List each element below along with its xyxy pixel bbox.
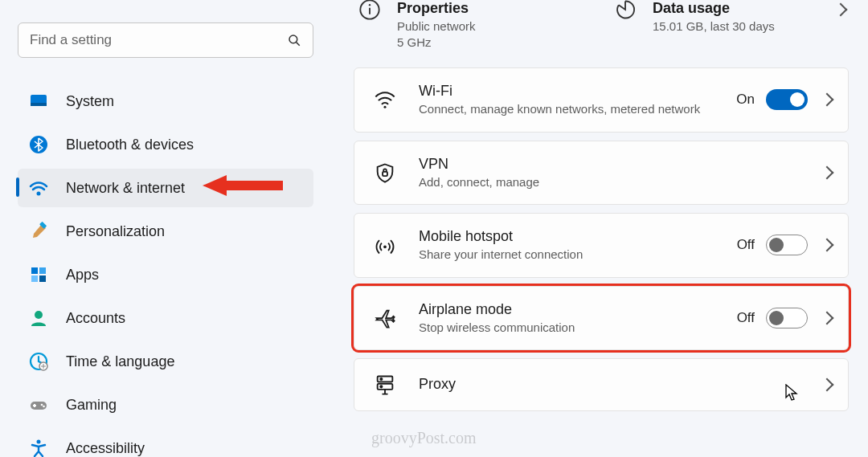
svg-rect-3 — [31, 103, 47, 106]
data-usage-title: Data usage — [653, 0, 775, 17]
airplane-state: Off — [737, 310, 755, 326]
svg-line-1 — [297, 43, 300, 46]
svg-point-5 — [37, 192, 41, 196]
sidebar-label: Gaming — [66, 397, 117, 414]
svg-point-25 — [383, 246, 387, 249]
accessibility-icon — [29, 439, 48, 457]
info-icon — [358, 0, 381, 21]
sidebar-label: System — [66, 93, 114, 110]
svg-rect-8 — [39, 267, 46, 274]
bluetooth-icon — [29, 135, 48, 154]
properties-sub1: Public network — [397, 18, 476, 35]
chevron-right-icon — [821, 378, 834, 392]
proxy-icon — [374, 373, 396, 396]
search-box[interactable] — [18, 22, 313, 58]
search-input[interactable] — [30, 32, 287, 48]
sidebar-label: Network & internet — [66, 180, 185, 197]
svg-point-17 — [41, 404, 43, 406]
card-title: Wi-Fi — [419, 83, 736, 100]
card-title: Mobile hotspot — [419, 228, 737, 245]
card-title: VPN — [419, 156, 822, 173]
svg-rect-9 — [31, 275, 38, 282]
settings-sidebar: System Bluetooth & devices Network & int… — [0, 0, 331, 457]
hotspot-toggle[interactable] — [766, 235, 808, 255]
svg-point-11 — [35, 311, 43, 319]
sidebar-item-gaming[interactable]: Gaming — [18, 386, 313, 424]
sidebar-item-network[interactable]: Network & internet — [18, 169, 313, 207]
sidebar-item-personalization[interactable]: Personalization — [18, 212, 313, 251]
sidebar-label: Accounts — [66, 310, 125, 327]
properties-tile[interactable]: Properties Public network 5 GHz — [354, 0, 593, 50]
sidebar-item-accessibility[interactable]: Accessibility — [18, 429, 313, 457]
card-airplane-mode[interactable]: Airplane mode Stop wireless communicatio… — [354, 286, 849, 351]
sidebar-label: Personalization — [66, 223, 165, 240]
chevron-right-icon — [821, 93, 834, 107]
svg-rect-7 — [31, 267, 38, 274]
wifi-state: On — [736, 92, 755, 108]
gamepad-icon — [29, 395, 48, 414]
wifi-toggle[interactable] — [766, 89, 808, 110]
airplane-icon — [374, 307, 396, 329]
sidebar-label: Accessibility — [66, 440, 145, 457]
card-proxy[interactable]: Proxy — [354, 358, 849, 411]
account-icon — [29, 308, 48, 328]
hotspot-state: Off — [737, 237, 755, 253]
chevron-right-icon — [821, 165, 834, 179]
airplane-toggle[interactable] — [766, 308, 808, 328]
data-usage-sub: 15.01 GB, last 30 days — [653, 18, 775, 35]
card-subtitle: Share your internet connection — [419, 247, 737, 263]
properties-title: Properties — [397, 0, 476, 17]
sidebar-item-accounts[interactable]: Accounts — [18, 299, 313, 337]
brush-icon — [29, 222, 48, 241]
shield-icon — [374, 161, 396, 184]
hotspot-icon — [374, 234, 396, 256]
chevron-right-icon — [821, 311, 834, 324]
svg-point-0 — [289, 35, 297, 43]
clock-icon — [29, 352, 48, 371]
svg-point-19 — [37, 440, 41, 444]
sidebar-item-bluetooth[interactable]: Bluetooth & devices — [18, 125, 313, 164]
svg-rect-10 — [39, 275, 46, 282]
card-vpn[interactable]: VPN Add, connect, manage — [354, 141, 849, 206]
chevron-right-icon — [834, 3, 848, 17]
sidebar-item-apps[interactable]: Apps — [18, 255, 313, 294]
svg-point-23 — [383, 106, 386, 108]
data-usage-tile[interactable]: Data usage 15.01 GB, last 30 days — [609, 0, 849, 50]
sidebar-label: Bluetooth & devices — [66, 137, 194, 153]
sidebar-item-time-language[interactable]: Time & language — [18, 342, 313, 381]
svg-point-28 — [380, 378, 382, 380]
properties-sub2: 5 GHz — [397, 35, 476, 51]
card-subtitle: Stop wireless communication — [419, 320, 737, 336]
network-internet-panel: Properties Public network 5 GHz Data usa… — [331, 0, 868, 457]
svg-point-22 — [369, 4, 371, 6]
wifi-icon — [374, 88, 396, 111]
svg-rect-16 — [33, 405, 36, 406]
wifi-icon — [29, 178, 48, 198]
sidebar-label: Time & language — [66, 353, 174, 370]
svg-point-29 — [380, 386, 382, 387]
card-subtitle: Add, connect, manage — [419, 174, 822, 190]
search-icon — [287, 33, 301, 47]
apps-icon — [29, 265, 48, 284]
sidebar-item-system[interactable]: System — [18, 82, 313, 120]
chevron-right-icon — [821, 239, 834, 252]
card-mobile-hotspot[interactable]: Mobile hotspot Share your internet conne… — [354, 213, 849, 278]
sidebar-label: Apps — [66, 267, 99, 284]
data-usage-icon — [614, 0, 637, 21]
system-icon — [29, 92, 48, 111]
svg-rect-24 — [383, 172, 387, 176]
card-title: Proxy — [419, 376, 822, 393]
card-title: Airplane mode — [419, 301, 737, 318]
svg-point-18 — [43, 406, 45, 408]
card-subtitle: Connect, manage known networks, metered … — [419, 101, 736, 117]
card-wifi[interactable]: Wi-Fi Connect, manage known networks, me… — [354, 67, 849, 133]
